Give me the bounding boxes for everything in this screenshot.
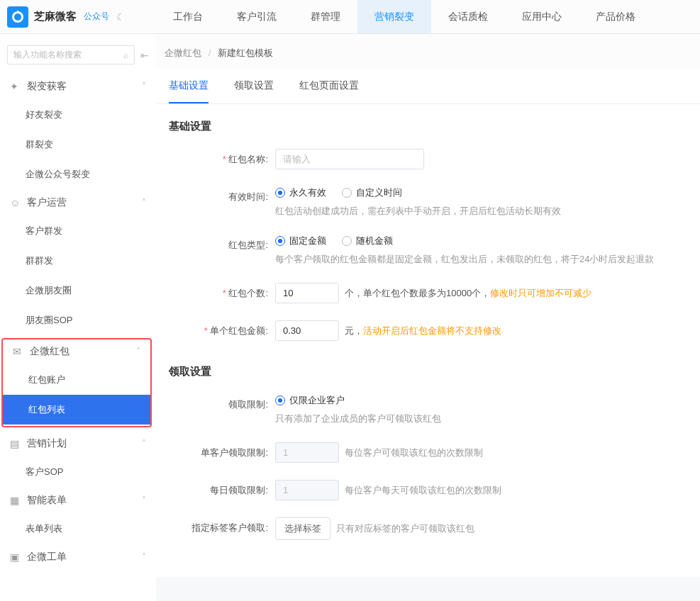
label-amount: 单个红包金额: xyxy=(169,320,275,337)
nav-group-icon: ☺ xyxy=(10,197,21,208)
label-tag: 指定标签客户领取: xyxy=(169,517,275,534)
hint-valid: 红包活动创建成功后，需在列表中手动开启，开启后红包活动长期有效 xyxy=(275,205,687,218)
nav-item-1-3[interactable]: 朋友圈SOP xyxy=(0,305,156,335)
nav-item-4-0[interactable]: 表单列表 xyxy=(0,514,156,544)
svg-rect-2 xyxy=(17,11,18,13)
section-basic-title: 基础设置 xyxy=(156,104,700,140)
logo-text: 芝麻微客 xyxy=(34,10,77,23)
chevron-icon: ˄ xyxy=(142,439,146,449)
topnav-1[interactable]: 客户引流 xyxy=(220,0,294,33)
topnav-6[interactable]: 产品价格 xyxy=(579,0,652,33)
tab-2[interactable]: 红包页面设置 xyxy=(299,69,359,103)
breadcrumb-current: 新建红包模板 xyxy=(218,47,273,58)
label-count: 红包个数: xyxy=(169,283,275,300)
radio-claim-enterprise[interactable]: 仅限企业客户 xyxy=(275,394,345,407)
nav-group-2[interactable]: ✉企微红包˄ xyxy=(3,339,150,365)
row-claim-limit: 领取限制: 仅限企业客户 只有添加了企业成员的客户可领取该红包 xyxy=(156,386,700,434)
search-placeholder: 输入功能名称搜索 xyxy=(13,49,82,61)
chevron-icon: ˄ xyxy=(142,552,146,562)
nav-group-3[interactable]: ▤营销计划˄ xyxy=(0,430,156,457)
theme-moon-icon[interactable]: ☾ xyxy=(116,11,126,23)
row-amount: 单个红包金额: 元，活动开启后红包金额将不支持修改 xyxy=(156,312,700,349)
tabs: 基础设置领取设置红包页面设置 xyxy=(156,69,700,104)
nav-group-icon: ▦ xyxy=(10,495,21,506)
label-name: 红包名称: xyxy=(169,149,275,166)
nav-item-0-1[interactable]: 群裂变 xyxy=(0,130,156,159)
radio-type-random[interactable]: 随机金额 xyxy=(342,235,393,247)
row-name: 红包名称: xyxy=(156,140,700,178)
nav-item-1-1[interactable]: 群群发 xyxy=(0,246,156,276)
hint-claim-limit: 只有添加了企业成员的客户可领取该红包 xyxy=(275,412,526,425)
search-input[interactable]: 输入功能名称搜索 ⌕ xyxy=(7,45,135,64)
tab-0[interactable]: 基础设置 xyxy=(169,69,209,103)
label-claim-limit: 领取限制: xyxy=(169,394,275,411)
nav-group-icon: ✦ xyxy=(10,81,21,92)
hint-type: 每个客户领取的红包金额都是固定金额，红包发出后，未领取的红包，将于24小时后发起… xyxy=(275,253,687,266)
label-type: 红包类型: xyxy=(169,235,275,252)
breadcrumb-sep: / xyxy=(209,47,211,58)
nav-item-1-2[interactable]: 企微朋友圈 xyxy=(0,276,156,305)
public-account-tag[interactable]: 公众号 xyxy=(84,11,109,23)
hint-tag: 只有对应标签的客户可领取该红包 xyxy=(336,522,474,535)
chevron-icon: ˄ xyxy=(142,495,146,505)
logo-area: 芝麻微客 公众号 ☾ xyxy=(0,6,156,28)
radio-type-fixed[interactable]: 固定金额 xyxy=(275,235,326,247)
topnav-2[interactable]: 群管理 xyxy=(294,0,357,33)
input-name[interactable] xyxy=(275,149,424,169)
topnav-0[interactable]: 工作台 xyxy=(156,0,220,33)
topnav-5[interactable]: 应用中心 xyxy=(505,0,579,33)
label-per-customer: 单客户领取限制: xyxy=(169,442,275,459)
tab-1[interactable]: 领取设置 xyxy=(234,69,274,103)
chevron-icon: ˄ xyxy=(142,198,146,208)
svg-point-1 xyxy=(14,13,21,21)
suffix-amount: 元，活动开启后红包金额将不支持修改 xyxy=(345,325,501,337)
row-type: 红包类型: 固定金额 随机金额 每个客户领取的红包金额都是固定金额，红包发出后，… xyxy=(156,226,700,274)
input-per-customer[interactable] xyxy=(275,442,339,463)
top-nav: 工作台客户引流群管理营销裂变会话质检应用中心产品价格 xyxy=(156,0,652,33)
breadcrumb-parent[interactable]: 企微红包 xyxy=(165,47,201,58)
topnav-3[interactable]: 营销裂变 xyxy=(357,0,431,33)
input-amount[interactable] xyxy=(275,320,339,341)
form-panel: 基础设置领取设置红包页面设置 基础设置 红包名称: 有效时间: 永久有效 自定义… xyxy=(156,69,700,577)
nav-group-icon: ✉ xyxy=(13,346,24,357)
logo-icon xyxy=(7,6,28,28)
search-row: 输入功能名称搜索 ⌕ ⇤ xyxy=(0,41,156,73)
row-tag: 指定标签客户领取: 选择标签 只有对应标签的客户可领取该红包 xyxy=(156,509,700,549)
hint-per-customer: 每位客户可领取该红包的次数限制 xyxy=(345,446,483,459)
app-header: 芝麻微客 公众号 ☾ 工作台客户引流群管理营销裂变会话质检应用中心产品价格 xyxy=(0,0,700,34)
radio-valid-forever[interactable]: 永久有效 xyxy=(275,186,326,199)
row-daily: 每日领取限制: 每位客户每天可领取该红包的次数限制 xyxy=(156,471,700,509)
select-tag-button[interactable]: 选择标签 xyxy=(275,517,330,540)
search-icon: ⌕ xyxy=(123,50,128,60)
nav-item-1-0[interactable]: 客户群发 xyxy=(0,216,156,246)
topnav-4[interactable]: 会话质检 xyxy=(431,0,505,33)
row-per-customer: 单客户领取限制: 每位客户可领取该红包的次数限制 xyxy=(156,434,700,471)
nav-item-3-0[interactable]: 客户SOP xyxy=(0,457,156,487)
main-content: 企微红包 / 新建红包模板 基础设置领取设置红包页面设置 基础设置 红包名称: … xyxy=(156,34,700,601)
sidebar: 输入功能名称搜索 ⌕ ⇤ ✦裂变获客˄好友裂变群裂变企微公众号裂变☺客户运营˄客… xyxy=(0,34,156,601)
row-valid: 有效时间: 永久有效 自定义时间 红包活动创建成功后，需在列表中手动开启，开启后… xyxy=(156,178,700,226)
chevron-icon: ˄ xyxy=(142,82,146,91)
input-daily[interactable] xyxy=(275,480,339,500)
nav-group-0[interactable]: ✦裂变获客˄ xyxy=(0,73,156,100)
hint-daily: 每位客户每天可领取该红包的次数限制 xyxy=(345,484,501,497)
label-daily: 每日领取限制: xyxy=(169,480,275,497)
section-claim-title: 领取设置 xyxy=(156,349,700,386)
nav-group-icon: ▣ xyxy=(10,551,21,563)
nav-group-icon: ▤ xyxy=(10,438,21,449)
suffix-count: 个，单个红包个数最多为10000个，修改时只可增加不可减少 xyxy=(345,287,591,300)
nav-group-4[interactable]: ▦智能表单˄ xyxy=(0,487,156,514)
breadcrumb: 企微红包 / 新建红包模板 xyxy=(156,34,700,69)
radio-valid-custom[interactable]: 自定义时间 xyxy=(342,186,402,199)
nav-group-1[interactable]: ☺客户运营˄ xyxy=(0,189,156,216)
nav-group-5[interactable]: ▣企微工单˄ xyxy=(0,544,156,571)
label-valid: 有效时间: xyxy=(169,186,275,203)
nav-item-0-2[interactable]: 企微公众号裂变 xyxy=(0,159,156,189)
chevron-icon: ˄ xyxy=(136,347,140,356)
input-count[interactable] xyxy=(275,283,339,303)
nav-item-2-1[interactable]: 红包列表 xyxy=(3,395,150,425)
collapse-sidebar-icon[interactable]: ⇤ xyxy=(140,50,149,61)
nav-item-0-0[interactable]: 好友裂变 xyxy=(0,100,156,130)
nav-item-2-0[interactable]: 红包账户 xyxy=(3,365,150,395)
row-count: 红包个数: 个，单个红包个数最多为10000个，修改时只可增加不可减少 xyxy=(156,274,700,312)
